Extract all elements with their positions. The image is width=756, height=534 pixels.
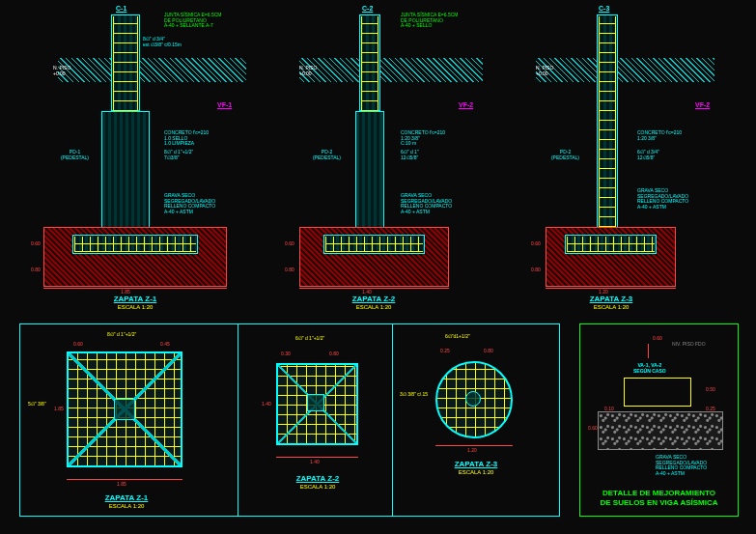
rebar-note-2: 5∅" 3/8"	[28, 402, 46, 408]
beam-label: VF-2	[695, 101, 710, 108]
column-mark	[465, 391, 481, 407]
section-title: ZAPATA Z-1	[92, 295, 179, 303]
dim-line	[43, 288, 227, 289]
plan-view-z3: 6∅"d1+1/2" 3∅ 3/8" c/.15 0.25 0.80 1.20 …	[392, 324, 561, 518]
pedestal-label: PD-1 (PEDESTAL)	[53, 150, 97, 160]
plan-view-z2: 6∅" d 1"+1/2" 0.30 0.80 1.40 1.40 ZAPATA…	[238, 324, 392, 518]
rebar-note-1: 8∅" d 3/4" est ∅3/8" c/0.15m	[143, 37, 220, 47]
annot-concrete: CONCRETO f'c=210 1:20 3/8"	[637, 130, 714, 141]
footing-rebar	[325, 237, 423, 252]
section-scale: ESCALA 1:20	[330, 304, 417, 310]
cad-drawing-canvas: C-1 VF-1 PD-1 (PEDESTAL) ZAPATA Z-1 ESCA…	[0, 0, 756, 534]
dim-width: 1.20	[599, 290, 608, 295]
dim-w: 0.60	[588, 426, 598, 432]
pedestal-label: PD-2 (PEDESTAL)	[305, 150, 349, 160]
beam-label: VF-2	[459, 101, 473, 108]
rebar-note-2: 6∅" d 1" 12∅5/8"	[401, 150, 478, 160]
rebar-note-2: 6∅" d 3/4" 12∅5/8"	[637, 150, 714, 160]
plan-title: ZAPATA Z-3	[433, 460, 519, 468]
dim-line	[435, 445, 513, 446]
dim-line	[299, 288, 449, 289]
rebar-note: 6∅"d1+1/2"	[445, 334, 470, 340]
dim-h1: 0.60	[531, 241, 541, 247]
dim-b: 0.80	[484, 349, 493, 354]
dim-s: 0.25	[706, 407, 715, 412]
rebar-note-2: 8∅" d 1"+1/2" 7∅3/8"	[164, 150, 241, 160]
dim-h1: 0.60	[31, 241, 41, 247]
dim-off: 0.10	[604, 407, 614, 412]
dim-w: 1.85	[117, 482, 126, 488]
slab-hatch	[536, 58, 714, 82]
nivel-note: NIV. PISO FDO	[672, 342, 706, 348]
section-title: ZAPATA Z-2	[330, 295, 417, 303]
dim-width: 1.85	[121, 290, 130, 295]
slab-hatch	[58, 58, 246, 82]
section-view-z1: C-1 VF-1 PD-1 (PEDESTAL) ZAPATA Z-1 ESCA…	[19, 5, 251, 304]
annot-soil: GRAVA SECO SEGREGADO/LAVADO RELLENO COMP…	[637, 188, 714, 210]
detail-title: DETALLE DE MEJORAMIENTO DE SUELOS EN VIG…	[580, 489, 738, 507]
annot-top: JUNTA SÍSMICA E=6.5CM DE POLIURETANO A-4…	[401, 13, 478, 29]
annot-soil: GRAVA SECO SEGREGADO/LAVADO RELLENO COMP…	[164, 193, 241, 214]
soil-improvement-detail: NIV. PISO FDO VA-1, VA-2 SEGÚN CASO 0.50…	[579, 323, 739, 517]
pedestal-concrete	[355, 111, 384, 237]
dim-h2: 0.80	[31, 267, 41, 273]
rebar-note-2: 3∅ 3/8" c/.15	[400, 392, 428, 398]
rebar-note: 8∅" d 1"+1/2"	[107, 332, 136, 338]
nivel-label: N. PISO +0.00	[299, 66, 317, 76]
footing-rebar	[567, 237, 655, 252]
dim-b: 0.45	[160, 342, 170, 348]
section-title: ZAPATA Z-3	[568, 295, 655, 303]
plan-scale: ESCALA 1:20	[83, 503, 170, 509]
nivel-label: N. PISO +0.00	[536, 66, 553, 76]
section-view-z3: C-3 VF-2 PD-2 (PEDESTAL) ZAPATA Z-3 ESCA…	[512, 5, 743, 304]
plan-scale: ESCALA 1:20	[433, 469, 519, 475]
leader	[648, 344, 649, 358]
dim-mark: 0.60	[653, 336, 662, 342]
dim-h1: 0.60	[285, 241, 294, 247]
dim-line	[546, 288, 676, 289]
column-label: C-1	[116, 5, 126, 12]
dim-h: 0.50	[706, 387, 715, 393]
dim-h2: 0.80	[285, 267, 294, 273]
dim-b: 0.80	[329, 351, 339, 357]
pedestal-label: PD-2 (PEDESTAL)	[544, 150, 587, 160]
annot-top: JUNTA SÍSMICA E=6.5CM DE POLIURETANO A-4…	[164, 13, 241, 29]
column-mark	[307, 394, 324, 411]
annot-concrete: CONCRETO f'c=210 1:20 3/8" C:10 m	[401, 130, 478, 147]
beam-label: VF-1	[217, 101, 232, 108]
column-mark	[114, 399, 135, 420]
dim-line	[276, 457, 358, 458]
column-label: C-3	[599, 5, 609, 12]
plan-title: ZAPATA Z-2	[274, 474, 361, 483]
dim-a: 0.25	[440, 349, 450, 354]
section-view-z2: C-2 VF-2 PD-2 (PEDESTAL) ZAPATA Z-2 ESCA…	[270, 5, 502, 304]
beam-section	[624, 378, 691, 407]
column-rebar	[599, 16, 616, 246]
column-label: C-2	[362, 5, 373, 12]
section-scale: ESCALA 1:20	[92, 304, 179, 310]
dim-a: 0.30	[281, 351, 291, 357]
pedestal-concrete	[101, 111, 150, 237]
annot-soil: GRAVA SECO SEGREGADO/LAVADO RELLENO COMP…	[401, 193, 478, 214]
footing-rebar	[74, 237, 196, 252]
plan-views-container: 8∅" d 1"+1/2" 5∅" 3/8" 0.60 0.45 1.85 1.…	[19, 323, 560, 517]
dim-w: 1.40	[310, 460, 320, 465]
plan-scale: ESCALA 1:20	[274, 484, 361, 490]
beam-tag: VA-1, VA-2 SEGÚN CASO	[633, 363, 666, 374]
annot-concrete: CONCRETO f'c=210 1.0 SELLO 1.0 LIMPIEZA	[164, 130, 241, 147]
dim-h: 1.85	[54, 407, 64, 412]
gravel-annot: GRAVA SECO SEGREGADO/LAVADO RELLENO COMP…	[656, 455, 738, 476]
dim-h: 1.40	[262, 402, 271, 408]
dim-line	[67, 479, 182, 480]
dim-w: 1.20	[467, 448, 477, 454]
section-scale: ESCALA 1:20	[568, 304, 655, 310]
nivel-label: N. PISO +0.00	[53, 66, 70, 76]
slab-hatch	[299, 58, 483, 82]
plan-title: ZAPATA Z-1	[83, 493, 170, 502]
dim-h2: 0.80	[531, 267, 541, 273]
plan-view-z1: 8∅" d 1"+1/2" 5∅" 3/8" 0.60 0.45 1.85 1.…	[20, 324, 238, 518]
rebar-note: 6∅" d 1"+1/2"	[295, 336, 324, 342]
dim-width: 1.40	[362, 290, 372, 295]
gravel-fill	[598, 411, 723, 450]
dim-a: 0.60	[73, 342, 83, 348]
